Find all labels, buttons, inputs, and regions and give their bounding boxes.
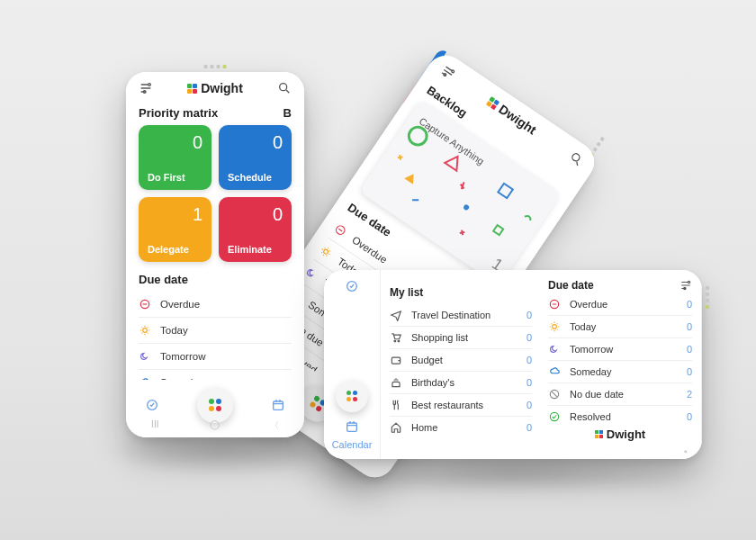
list-item-count: 0 bbox=[687, 366, 692, 377]
svg-point-2 bbox=[571, 152, 580, 162]
list-item-count: 0 bbox=[687, 411, 692, 422]
checklist-icon[interactable] bbox=[345, 279, 359, 293]
list-item[interactable]: Overdue bbox=[139, 292, 292, 318]
matrix-count: 1 bbox=[148, 204, 202, 225]
list-item-count: 0 bbox=[687, 299, 692, 310]
tomorrow-icon bbox=[139, 350, 151, 363]
list-item-label: Today bbox=[570, 321, 596, 332]
matrix-label: Do First bbox=[148, 172, 202, 183]
matrix-label: Schedule bbox=[228, 172, 283, 183]
list-item-label: Home bbox=[411, 422, 437, 433]
list-item-label: Overdue bbox=[160, 299, 200, 310]
matrix-count: 0 bbox=[228, 204, 283, 225]
android-nav: III◯〈 bbox=[126, 419, 304, 432]
list-item-count: 0 bbox=[687, 321, 692, 332]
list-item-count: 0 bbox=[526, 422, 532, 433]
svg-point-24 bbox=[394, 340, 396, 342]
due-date-title: Due date bbox=[548, 279, 594, 292]
checklist-icon[interactable] bbox=[145, 398, 159, 412]
list-item[interactable]: Today bbox=[139, 318, 292, 344]
list-item[interactable]: Tomorrow bbox=[139, 344, 292, 370]
list-item[interactable]: No due date 2 bbox=[548, 383, 692, 406]
search-icon[interactable] bbox=[277, 81, 292, 95]
list-item-label: Best restaurants bbox=[411, 400, 483, 410]
calendar-icon[interactable] bbox=[271, 398, 285, 412]
priority-matrix-title: Priority matrix bbox=[139, 106, 218, 120]
app-brand: Dwight bbox=[187, 81, 243, 95]
matrix-card-schedule[interactable]: 0 Schedule bbox=[219, 125, 292, 190]
search-icon[interactable] bbox=[566, 149, 586, 169]
list-item-label: Tomorrow bbox=[570, 344, 613, 355]
today-icon bbox=[139, 324, 151, 337]
today-icon bbox=[548, 320, 561, 333]
app-name-label: Dwight bbox=[607, 428, 645, 441]
overdue-icon bbox=[332, 221, 349, 238]
list-item-label: Travel Destination bbox=[411, 310, 490, 320]
svg-point-27 bbox=[688, 281, 689, 283]
list-item[interactable]: Someday bbox=[139, 370, 292, 380]
list-item-label: Resolved bbox=[570, 411, 611, 422]
app-name-label: Dwight bbox=[201, 81, 243, 95]
sliders-icon[interactable] bbox=[139, 81, 153, 95]
list-item[interactable]: Overdue 0 bbox=[548, 293, 692, 316]
list-item-count: 0 bbox=[526, 377, 532, 388]
svg-rect-21 bbox=[274, 401, 284, 410]
list-item-label: Someday bbox=[570, 366, 611, 377]
svg-point-15 bbox=[280, 84, 287, 91]
svg-point-17 bbox=[143, 328, 148, 333]
list-item[interactable]: Tomorrow 0 bbox=[548, 338, 692, 361]
matrix-card-delegate[interactable]: 1 Delegate bbox=[139, 197, 212, 262]
plane-icon bbox=[390, 309, 402, 321]
matrix-count: 0 bbox=[148, 132, 202, 153]
svg-point-33 bbox=[685, 451, 687, 453]
due-date-title: Due date bbox=[139, 273, 292, 286]
someday-icon bbox=[548, 365, 561, 378]
list-item-label: Shopping list bbox=[411, 332, 468, 343]
list-item[interactable]: Birthday's 0 bbox=[390, 372, 532, 394]
matrix-count: 0 bbox=[228, 132, 283, 153]
overdue-icon bbox=[139, 298, 151, 310]
list-item[interactable]: Today 0 bbox=[548, 316, 692, 338]
svg-point-30 bbox=[553, 325, 557, 329]
fork-icon bbox=[390, 399, 402, 411]
matrix-label: Delegate bbox=[148, 244, 202, 255]
svg-point-25 bbox=[398, 340, 400, 342]
list-item[interactable]: Budget 0 bbox=[390, 349, 532, 372]
today-icon bbox=[317, 243, 334, 260]
section-indicator: B bbox=[284, 106, 292, 120]
nodue-icon bbox=[548, 388, 561, 400]
phone-landscape: Calendar My list Travel Destination 0 Sh… bbox=[324, 270, 702, 459]
svg-rect-23 bbox=[347, 423, 357, 431]
matrix-card-eliminate[interactable]: 0 Eliminate bbox=[219, 197, 292, 262]
calendar-link[interactable]: Calendar bbox=[332, 439, 373, 450]
overdue-icon bbox=[548, 298, 561, 310]
list-item[interactable]: Best restaurants 0 bbox=[390, 394, 532, 417]
calendar-icon[interactable] bbox=[345, 419, 359, 434]
cake-icon bbox=[390, 376, 402, 389]
cart-icon bbox=[390, 331, 402, 344]
sliders-icon[interactable] bbox=[680, 279, 692, 292]
matrix-card-do first[interactable]: 0 Do First bbox=[139, 125, 212, 190]
sliders-icon[interactable] bbox=[438, 62, 458, 82]
list-item-count: 0 bbox=[526, 355, 532, 365]
fab-button[interactable] bbox=[336, 380, 368, 412]
list-item[interactable]: Home 0 bbox=[390, 417, 532, 438]
list-item[interactable]: Someday 0 bbox=[548, 361, 692, 383]
svg-point-32 bbox=[550, 412, 558, 420]
list-item[interactable]: Travel Destination 0 bbox=[390, 304, 532, 327]
tomorrow-icon bbox=[302, 265, 320, 282]
svg-point-8 bbox=[323, 248, 328, 254]
list-item[interactable]: Resolved 0 bbox=[548, 406, 692, 428]
svg-point-13 bbox=[148, 84, 151, 86]
list-item-label: Today bbox=[160, 325, 188, 336]
list-item[interactable]: Shopping list 0 bbox=[390, 327, 532, 349]
home-icon bbox=[390, 421, 402, 434]
search-icon[interactable] bbox=[680, 450, 692, 454]
fab-button[interactable] bbox=[197, 387, 233, 423]
list-item-label: Birthday's bbox=[411, 377, 454, 388]
svg-point-0 bbox=[451, 70, 454, 74]
list-item-count: 0 bbox=[526, 400, 532, 410]
list-item-count: 0 bbox=[526, 332, 532, 343]
resolved-icon bbox=[548, 410, 561, 423]
svg-point-5 bbox=[463, 203, 470, 211]
